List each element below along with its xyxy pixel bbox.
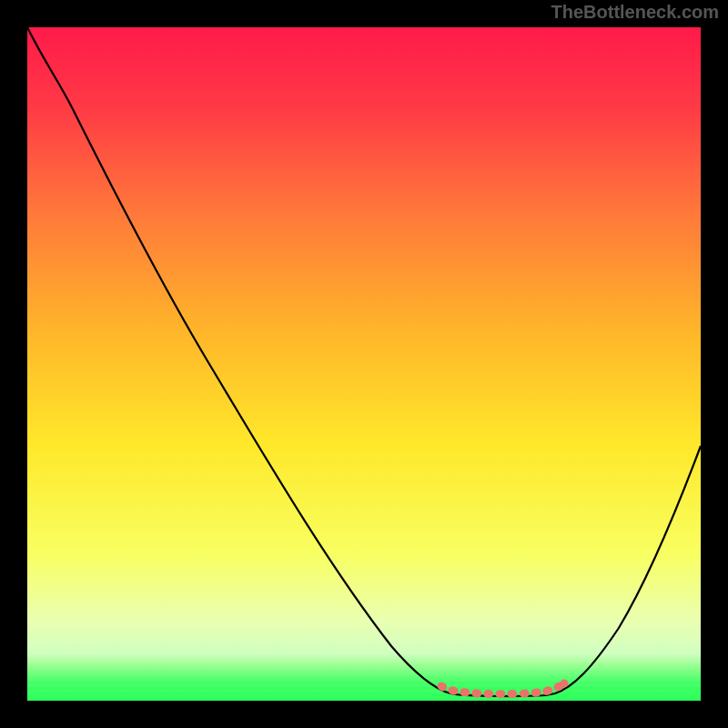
bottleneck-curve — [27, 27, 701, 701]
watermark-text: TheBottleneck.com — [551, 2, 719, 23]
svg-point-7 — [561, 680, 569, 688]
plot-area — [27, 27, 701, 701]
optimal-range-marker — [441, 680, 569, 694]
